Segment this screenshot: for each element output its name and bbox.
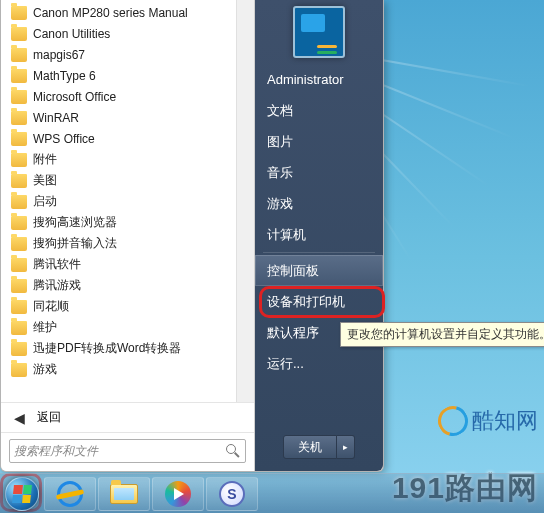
file-explorer-icon bbox=[110, 484, 138, 504]
program-folder-item[interactable]: WinRAR bbox=[1, 107, 237, 128]
program-folder-item[interactable]: Microsoft Office bbox=[1, 86, 237, 107]
right-pane-item[interactable]: 计算机 bbox=[255, 219, 383, 250]
program-folder-item[interactable]: MathType 6 bbox=[1, 65, 237, 86]
program-folder-item[interactable]: 搜狗高速浏览器 bbox=[1, 212, 237, 233]
folder-icon bbox=[11, 90, 27, 104]
right-pane-item-label: 设备和打印机 bbox=[267, 293, 345, 311]
right-pane-item[interactable]: 文档 bbox=[255, 95, 383, 126]
program-folder-label: 游戏 bbox=[33, 361, 57, 378]
right-pane-item[interactable]: 游戏 bbox=[255, 188, 383, 219]
right-pane-item-label: 运行... bbox=[267, 355, 304, 373]
program-folder-item[interactable]: 同花顺 bbox=[1, 296, 237, 317]
program-folder-item[interactable]: 游戏 bbox=[1, 359, 237, 380]
right-pane-item-label: 图片 bbox=[267, 133, 293, 151]
folder-icon bbox=[11, 132, 27, 146]
folder-icon bbox=[11, 27, 27, 41]
watermark-kuzhi: 酷知网 bbox=[438, 406, 538, 436]
folder-icon bbox=[11, 174, 27, 188]
program-folder-label: 附件 bbox=[33, 151, 57, 168]
shutdown-area: 关机 ▸ bbox=[255, 425, 383, 471]
program-folder-label: Microsoft Office bbox=[33, 90, 116, 104]
right-pane-item-label: 控制面板 bbox=[267, 262, 319, 280]
all-programs-list[interactable]: Canon MP280 series ManualCanon Utilities… bbox=[1, 0, 254, 402]
program-folder-item[interactable]: 迅捷PDF转换成Word转换器 bbox=[1, 338, 237, 359]
search-placeholder: 搜索程序和文件 bbox=[14, 443, 225, 460]
user-name-link[interactable]: Administrator bbox=[255, 64, 383, 95]
folder-icon bbox=[11, 363, 27, 377]
program-folder-label: Canon MP280 series Manual bbox=[33, 6, 188, 20]
folder-icon bbox=[11, 300, 27, 314]
right-pane-item-label: 文档 bbox=[267, 102, 293, 120]
program-folder-label: mapgis67 bbox=[33, 48, 85, 62]
program-folder-item[interactable]: 启动 bbox=[1, 191, 237, 212]
folder-icon bbox=[11, 321, 27, 335]
shutdown-label: 关机 bbox=[298, 439, 322, 456]
start-menu: Canon MP280 series ManualCanon Utilities… bbox=[0, 0, 384, 472]
folder-icon bbox=[11, 48, 27, 62]
right-pane-item-label: 音乐 bbox=[267, 164, 293, 182]
control-panel-item[interactable]: 控制面板 bbox=[255, 255, 383, 286]
right-pane-item-label: 游戏 bbox=[267, 195, 293, 213]
folder-icon bbox=[11, 195, 27, 209]
program-folder-item[interactable]: 维护 bbox=[1, 317, 237, 338]
user-picture[interactable] bbox=[293, 6, 345, 58]
program-folder-label: 腾讯游戏 bbox=[33, 277, 81, 294]
program-folder-label: 搜狗拼音输入法 bbox=[33, 235, 117, 252]
folder-icon bbox=[11, 111, 27, 125]
right-pane-item[interactable]: 图片 bbox=[255, 126, 383, 157]
start-button[interactable] bbox=[2, 477, 42, 511]
separator bbox=[263, 252, 375, 253]
user-name-text: Administrator bbox=[267, 72, 344, 87]
right-pane-item-label: 计算机 bbox=[267, 226, 306, 244]
ie-icon bbox=[57, 481, 83, 507]
shutdown-button[interactable]: 关机 bbox=[283, 435, 337, 459]
folder-icon bbox=[11, 69, 27, 83]
search-icon bbox=[225, 443, 241, 459]
program-folder-label: 搜狗高速浏览器 bbox=[33, 214, 117, 231]
right-pane-item-label: 默认程序 bbox=[267, 324, 319, 342]
tooltip-text: 更改您的计算机设置并自定义其功能。 bbox=[347, 327, 544, 341]
taskbar-explorer-button[interactable] bbox=[98, 477, 150, 511]
program-folder-item[interactable]: WPS Office bbox=[1, 128, 237, 149]
program-folder-item[interactable]: 美图 bbox=[1, 170, 237, 191]
scrollbar-thumb[interactable] bbox=[239, 2, 252, 22]
program-folder-item[interactable]: 附件 bbox=[1, 149, 237, 170]
search-input[interactable]: 搜索程序和文件 bbox=[9, 439, 246, 463]
watermark-kuzhi-text: 酷知网 bbox=[472, 406, 538, 436]
program-folder-item[interactable]: 搜狗拼音输入法 bbox=[1, 233, 237, 254]
folder-icon bbox=[11, 237, 27, 251]
folder-icon bbox=[11, 6, 27, 20]
program-folder-label: MathType 6 bbox=[33, 69, 96, 83]
taskbar-ie-button[interactable] bbox=[44, 477, 96, 511]
program-folder-item[interactable]: Canon MP280 series Manual bbox=[1, 2, 237, 23]
program-folder-item[interactable]: 腾讯软件 bbox=[1, 254, 237, 275]
right-pane-item[interactable]: 设备和打印机 bbox=[255, 286, 383, 317]
program-folder-label: 迅捷PDF转换成Word转换器 bbox=[33, 340, 181, 357]
program-folder-label: 腾讯软件 bbox=[33, 256, 81, 273]
program-folder-label: 同花顺 bbox=[33, 298, 69, 315]
program-folder-label: Canon Utilities bbox=[33, 27, 110, 41]
program-folder-label: WinRAR bbox=[33, 111, 79, 125]
folder-icon bbox=[11, 342, 27, 356]
right-pane-item[interactable]: 运行... bbox=[255, 348, 383, 379]
tooltip: 更改您的计算机设置并自定义其功能。 bbox=[340, 322, 544, 347]
program-folder-item[interactable]: 腾讯游戏 bbox=[1, 275, 237, 296]
program-folder-label: 美图 bbox=[33, 172, 57, 189]
program-folder-item[interactable]: Canon Utilities bbox=[1, 23, 237, 44]
scrollbar-down-button[interactable]: ▾ bbox=[239, 386, 252, 400]
shutdown-options-button[interactable]: ▸ bbox=[337, 435, 355, 459]
windows-orb-icon bbox=[5, 477, 39, 511]
back-arrow-icon: ◀ bbox=[11, 410, 27, 426]
right-pane-item[interactable]: 音乐 bbox=[255, 157, 383, 188]
folder-icon bbox=[11, 216, 27, 230]
start-menu-left-pane: Canon MP280 series ManualCanon Utilities… bbox=[1, 0, 255, 471]
program-folder-label: 维护 bbox=[33, 319, 57, 336]
folder-icon bbox=[11, 153, 27, 167]
taskbar-sogou-button[interactable] bbox=[206, 477, 258, 511]
media-player-icon bbox=[165, 481, 191, 507]
taskbar-wmp-button[interactable] bbox=[152, 477, 204, 511]
back-button[interactable]: ◀ 返回 bbox=[1, 402, 254, 432]
taskbar bbox=[0, 473, 544, 513]
program-folder-item[interactable]: mapgis67 bbox=[1, 44, 237, 65]
folder-icon bbox=[11, 279, 27, 293]
